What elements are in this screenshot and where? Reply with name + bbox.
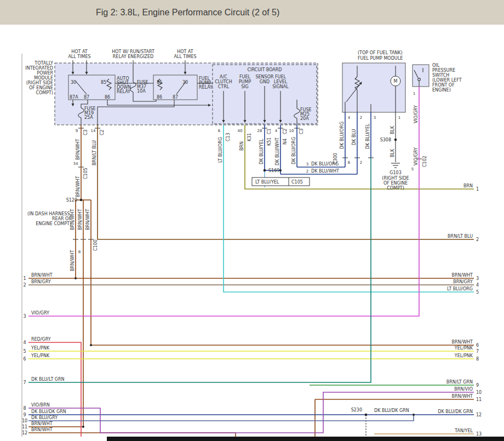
wire-label: BLK (390, 125, 395, 134)
pin-number: 6 (348, 161, 351, 165)
terminal-label: 86 (105, 95, 110, 100)
row-number: 6 (476, 343, 479, 348)
connector-label: C100 (93, 239, 98, 251)
wire-label: BRN/WHT (78, 209, 83, 230)
wire-label: BRN/WHT (76, 176, 81, 197)
pin-number: 3 (306, 162, 308, 167)
terminal-label: 86 (157, 95, 162, 100)
connector-label: C2 (283, 128, 288, 134)
feed-label: HOT AT (177, 49, 193, 54)
board-col-label: SIGNAL (272, 84, 289, 89)
pin-number: 5 (411, 167, 414, 171)
terminal-label: 87 (173, 95, 178, 100)
wire-label: LT BLU/ORG (218, 137, 223, 163)
row-label: BRN/WHT (31, 273, 53, 278)
row-label: BRN/WHT (451, 273, 473, 278)
row-number: 11 (22, 425, 27, 429)
wire-label: DK BLU/ORG (291, 137, 296, 164)
board-col-label: GND (260, 79, 270, 84)
row-number: 2 (476, 237, 479, 242)
terminal-label: 87A (70, 95, 78, 100)
row-label: BRN/WHT (31, 427, 53, 432)
fuse-label: 25A (84, 115, 93, 120)
wire-label: VIO/GRY (414, 105, 419, 123)
ground-location: (RIGHT SIDE (382, 176, 409, 181)
row-label: BRN/LT BLU (448, 234, 473, 239)
board-col-label: CLUTCH (215, 79, 232, 84)
row-number: 8 (23, 406, 26, 411)
board-col-label: SIG (241, 84, 249, 89)
wire-label: DK BLU/ORG (340, 122, 345, 149)
row-number: 8 (476, 357, 479, 362)
row-label: DK BLU/GRY (31, 415, 58, 420)
splice-s308-dot (394, 139, 397, 141)
row-number: 7 (23, 380, 26, 385)
junction-dot (279, 169, 282, 171)
row-label: YEL/PNK (454, 353, 473, 358)
row-label: LT BLU/ORG (447, 287, 473, 291)
feed-label: ALL TIMES (174, 54, 196, 59)
row-label: VIO/GRY (31, 311, 49, 316)
circuit-label: K31 (247, 133, 252, 141)
pin-number: 1 (413, 91, 415, 96)
board-col-label: CTRL (218, 84, 230, 89)
motor-label: M (394, 79, 398, 84)
wire-label: LT BLU/YEL (255, 180, 279, 185)
pin-number: 14 (91, 129, 96, 133)
row-label: DK BLU/LT GRN (31, 377, 65, 382)
splice-s120-dot (80, 199, 83, 202)
wire-label: DK BLU/WHT (275, 138, 280, 165)
junction-dot (413, 414, 415, 416)
wire-label: DK BLU/DK GRN (374, 408, 409, 413)
oil-switch-label: OIL (432, 63, 440, 68)
pin-number: 3 (374, 116, 376, 120)
oil-switch-label: (LOWER LEFT (432, 78, 462, 83)
module-title: (TOP OF FUEL TANK) (358, 50, 403, 55)
wire-label: BRN/WHT (85, 209, 90, 230)
relay-name: RELAY (117, 89, 130, 94)
tipm-label: POWER (37, 71, 53, 76)
row-number: 12 (22, 431, 27, 436)
oil-switch-label: ENGINE) (432, 88, 451, 93)
connector-label: C105 (83, 168, 88, 179)
board-col-label: FUEL (275, 75, 287, 79)
connector-label: C102 (422, 156, 427, 167)
ground-location: OF ENGINE (383, 181, 408, 186)
row-number: 10 (22, 419, 27, 423)
connector-label: C3 (299, 128, 304, 134)
feed-label: RELAY ENERGIZED (113, 54, 153, 59)
terminal-label: 30 (71, 80, 76, 85)
row-label: DK BLU/DK GRN (438, 409, 473, 414)
tipm-label: INTEGRATED (25, 66, 53, 71)
row-label: BRN/GRY (453, 279, 473, 284)
tipm-label: MODULE (34, 76, 53, 81)
wires-yel-pnk (28, 351, 474, 359)
pin-number: 4 (348, 116, 351, 120)
junction-dot (75, 277, 77, 279)
wires-brn-wht (28, 125, 474, 437)
terminal-label: 85 (157, 80, 162, 85)
wire-label: DK BLU/WHT (311, 169, 339, 174)
pin-number: 28 (257, 129, 262, 133)
pin-number: 34 (73, 162, 78, 166)
tipm-label: COMPT) (36, 90, 53, 95)
feed-label: ALL TIMES (68, 54, 90, 59)
tipm-label: OF ENGINE (29, 85, 53, 90)
wire-label: BLK (390, 148, 395, 157)
tipm-label: TOTALLY (34, 61, 53, 66)
wire-label: VIO/GRY (414, 147, 419, 165)
splice-location: (IN DASH HARNESS, (27, 211, 71, 216)
pin-number: 40 (238, 129, 243, 133)
circuit-label: C13 (226, 133, 231, 141)
row-number: 9 (23, 413, 26, 417)
row-label: YEL/PNK (31, 353, 50, 358)
fuse-label: 10A (137, 89, 146, 94)
wire-label: DK BLU/YEL (365, 123, 370, 149)
pin-number: 2 (360, 161, 362, 165)
pin-number: 1 (398, 116, 400, 120)
row-number: 4 (476, 283, 479, 288)
wire-label: DK BLU/ORG (311, 162, 339, 167)
row-number: 3 (476, 276, 479, 281)
diagram-bottom-bar (107, 437, 504, 441)
row-number: 2 (23, 283, 26, 288)
